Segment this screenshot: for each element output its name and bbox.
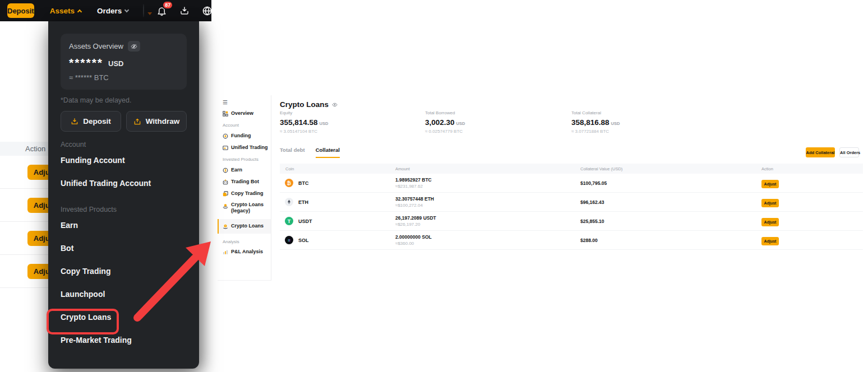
column-header-coin: Coin [280, 166, 395, 171]
page-title: Crypto Loans [280, 100, 338, 109]
balance-currency: USD [108, 59, 123, 68]
coin-symbol: BTC [298, 180, 309, 186]
menu-item-crypto-loans[interactable]: Crypto Loans [61, 305, 187, 328]
menu-item-pre-market-trading[interactable]: Pre-Market Trading [61, 328, 187, 351]
sidebar-item-label: Overview [231, 110, 253, 117]
menu-item-unified-trading-account[interactable]: Unified Trading Account [61, 171, 187, 194]
nav-assets[interactable]: Assets [50, 7, 81, 15]
coin-symbol: SOL [298, 238, 309, 243]
overview-icon [223, 111, 228, 117]
loans-tabs: Total debt Collateral [280, 147, 340, 158]
stat-label: Equity [280, 110, 328, 115]
screen: Deposit Assets Orders 87 Action Adjust A… [0, 0, 868, 372]
sidebar-item-unified-trading[interactable]: Unified Trading [223, 144, 271, 151]
amount: 26,197.2089 USDT [395, 215, 580, 221]
stat-unit: USD [456, 121, 465, 126]
page-title-text: Crypto Loans [280, 100, 329, 109]
sidebar-item-crypto-loans-active[interactable]: Crypto Loans [218, 219, 271, 234]
amount-usd: ≈$360.00 [395, 241, 580, 246]
trading-bot-icon [223, 179, 228, 185]
nav-assets-label: Assets [50, 7, 75, 15]
menu-item-funding-account[interactable]: Funding Account [61, 148, 187, 171]
sidebar-item-crypto-loans-legacy[interactable]: Crypto Loans (legacy) [223, 202, 271, 215]
collateral-value: $96,162.43 [580, 199, 761, 205]
btc-icon: ₿ [285, 179, 293, 187]
language-button[interactable] [202, 4, 213, 17]
menu-item-copy-trading[interactable]: Copy Trading [61, 259, 187, 282]
notification-badge: 87 [162, 1, 173, 10]
menu-deposit-button[interactable]: Deposit [61, 111, 121, 132]
chevron-down-icon [124, 7, 129, 12]
sidebar-item-label: Crypto Loans (legacy) [231, 202, 266, 215]
deposit-icon [71, 118, 79, 125]
pnl-analysis-icon [223, 249, 228, 255]
coin-symbol: USDT [298, 218, 312, 224]
account-section-label: Account [61, 141, 187, 148]
eth-icon [285, 198, 293, 206]
table-row-usdt: T USDT 26,197.2089 USDT ≈$26,197.20 $25,… [280, 212, 863, 231]
sidebar-item-pnl-analysis[interactable]: P&L Analysis [223, 249, 271, 256]
stat-value: 358,816.88 [571, 118, 610, 127]
amount-usd: ≈$231,987.62 [395, 184, 580, 189]
add-collateral-button[interactable]: Add Collateral [806, 147, 835, 157]
amount: 32.30757448 ETH [395, 196, 580, 202]
menu-deposit-label: Deposit [83, 117, 111, 125]
collateral-table-header: Coin Amount Collateral Value (USD) Actio… [280, 164, 863, 174]
avatar[interactable] [143, 4, 144, 17]
funding-icon [223, 133, 228, 139]
all-orders-button[interactable]: All Orders [839, 147, 859, 157]
sidebar-item-copy-trading[interactable]: Copy Trading [223, 190, 271, 197]
menu-item-launchpool[interactable]: Launchpool [61, 282, 187, 305]
deposit-button[interactable]: Deposit [7, 3, 34, 18]
assets-overview-title: Assets Overview [69, 42, 123, 50]
column-header-action: Action [761, 166, 863, 171]
eye-off-icon [131, 43, 137, 50]
amount-usd: ≈$100,272.04 [395, 203, 580, 208]
sidebar-item-label: P&L Analysis [231, 249, 263, 255]
unified-trading-icon [223, 145, 228, 151]
copy-trading-icon [223, 191, 228, 197]
sidebar-item-label: Crypto Loans [231, 223, 264, 229]
adjust-button[interactable]: Adjust [761, 237, 779, 245]
sidebar-section-invested-products: Invested Products [223, 157, 271, 162]
stat-total-collateral: Total Collateral 358,816.88USD ≈ 3.07721… [571, 110, 620, 134]
amount: 1.98952927 BTC [395, 177, 580, 183]
action-column-header: Action [25, 145, 45, 153]
sidebar-item-overview[interactable]: Overview [223, 110, 271, 117]
menu-withdraw-button[interactable]: Withdraw [126, 111, 187, 132]
stat-value: 3,002.30 [425, 118, 455, 127]
sidebar-item-earn[interactable]: Earn [223, 166, 271, 174]
menu-item-earn[interactable]: Earn [61, 213, 187, 236]
notifications-button[interactable]: 87 [156, 4, 167, 17]
tab-collateral[interactable]: Collateral [316, 147, 340, 158]
sidebar-item-funding[interactable]: Funding [223, 132, 271, 140]
adjust-button[interactable]: Adjust [761, 218, 779, 226]
menu-item-bot[interactable]: Bot [61, 236, 187, 259]
column-header-collateral-value: Collateral Value (USD) [580, 166, 761, 171]
collateral-value: $288.00 [580, 238, 761, 243]
stat-total-borrowed: Total Borrowed 3,002.30USD ≈ 0.02574779 … [425, 110, 465, 134]
collateral-table: Coin Amount Collateral Value (USD) Actio… [280, 164, 863, 250]
invested-products-section-label: Invested Products [61, 206, 187, 213]
stat-label: Total Collateral [571, 110, 620, 115]
tab-total-debt[interactable]: Total debt [280, 147, 305, 158]
adjust-button[interactable]: Adjust [761, 180, 779, 188]
sidebar-item-label: Trading Bot [231, 179, 259, 185]
sidebar-item-label: Earn [231, 167, 242, 173]
nav-orders[interactable]: Orders [97, 7, 128, 15]
stat-equity: Equity 355,814.58USD ≈ 3.05147104 BTC [280, 110, 328, 134]
sidebar-item-trading-bot[interactable]: Trading Bot [223, 178, 271, 185]
stat-btc: ≈ 0.02574779 BTC [425, 129, 465, 134]
hide-balance-button[interactable] [128, 41, 140, 52]
sidebar-collapse-button[interactable]: ☰ [223, 100, 271, 105]
assets-overview-card: Assets Overview ****** USD ≈ ****** BTC [61, 34, 187, 90]
adjust-button[interactable]: Adjust [761, 199, 779, 207]
download-button[interactable] [179, 4, 190, 17]
sidebar-item-label: Copy Trading [231, 190, 264, 197]
coin-symbol: ETH [298, 199, 308, 205]
column-header-amount: Amount [395, 166, 580, 171]
withdraw-icon [133, 118, 141, 125]
sidebar-section-analysis: Analysis [223, 239, 271, 244]
loans-sidebar: ☰ Overview Account Funding Unified Tradi… [218, 95, 271, 281]
eye-icon[interactable] [332, 102, 338, 108]
